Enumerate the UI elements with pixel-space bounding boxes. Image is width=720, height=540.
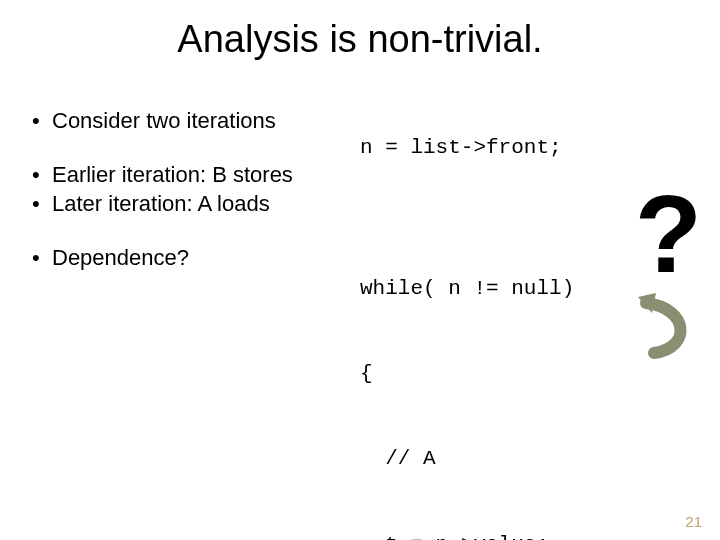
code-block: n = list->front; while( n != null) { // … [360, 71, 700, 540]
bullet-item: Consider two iterations [32, 107, 360, 135]
code-line: n = list->front; [360, 134, 700, 162]
bullet-item: Earlier iteration: B stores [32, 161, 360, 189]
code-line: { [360, 360, 700, 388]
loop-arrow-icon [634, 293, 694, 363]
slide-title: Analysis is non-trivial. [0, 0, 720, 61]
bullet-item: Dependence? [32, 244, 360, 272]
code-line: t = n->value; [360, 531, 700, 541]
left-column: Consider two iterations Earlier iteratio… [20, 71, 360, 540]
bullet-item: Later iteration: A loads [32, 190, 360, 218]
page-number: 21 [685, 513, 702, 530]
bullet-list: Consider two iterations [32, 107, 360, 135]
question-mark-icon: ? [635, 179, 702, 289]
bullet-list: Earlier iteration: B stores Later iterat… [32, 161, 360, 218]
code-line: // A [360, 445, 700, 473]
bullet-list: Dependence? [32, 244, 360, 272]
content-area: Consider two iterations Earlier iteratio… [0, 61, 720, 540]
